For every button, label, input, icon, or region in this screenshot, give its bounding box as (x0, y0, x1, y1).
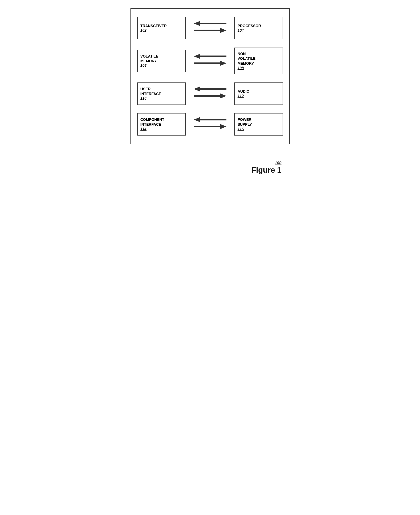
block-processor: PROCESSOR 104 (234, 17, 283, 39)
svg-marker-1 (194, 28, 226, 33)
arrow-connector-4 (186, 117, 234, 131)
svg-marker-7 (194, 124, 226, 129)
block-volatile-memory: VOLATILE MEMORY 106 (137, 50, 186, 72)
nonvolatile-label2: VOLATILE (238, 56, 280, 61)
svg-marker-0 (194, 21, 226, 26)
block-audio: AUDIO 112 (234, 82, 283, 105)
figure-ref-num: 100 (130, 161, 282, 165)
svg-marker-4 (194, 87, 226, 91)
audio-label: AUDIO (238, 89, 280, 94)
volatile-label1: VOLATILE (141, 54, 182, 59)
ci-label1: COMPONENT (141, 117, 182, 122)
ps-label1: POWER (238, 117, 280, 122)
diagram-outer: TRANSCEIVER 102 PROCESSOR 104 VOLATILE M… (130, 8, 290, 144)
diagram-grid: TRANSCEIVER 102 PROCESSOR 104 VOLATILE M… (137, 17, 283, 135)
ps-label2: SUPPLY (238, 122, 280, 127)
ui-num: 110 (141, 96, 182, 101)
arrow-connector-3 (186, 87, 234, 101)
block-user-interface: USER INTERFACE 110 (137, 82, 186, 105)
ci-label2: INTERFACE (141, 122, 182, 127)
block-component-interface: COMPONENT INTERFACE 114 (137, 113, 186, 135)
ui-label1: USER (141, 87, 182, 91)
svg-marker-5 (194, 93, 226, 98)
figure-caption: 100 Figure 1 (130, 161, 290, 174)
nonvolatile-num: 108 (238, 66, 280, 70)
ci-num: 114 (141, 127, 182, 131)
svg-marker-2 (194, 54, 226, 59)
svg-marker-3 (194, 61, 226, 66)
transceiver-label: TRANSCEIVER (141, 24, 182, 28)
ps-num: 116 (238, 127, 280, 131)
block-non-volatile-memory: NON- VOLATILE MEMORY 108 (234, 48, 283, 74)
transceiver-num: 102 (141, 28, 182, 33)
arrow-connector-2 (186, 54, 234, 68)
nonvolatile-label3: MEMORY (238, 61, 280, 66)
audio-num: 112 (238, 94, 280, 98)
block-power-supply: POWER SUPPLY 116 (234, 113, 283, 135)
arrow-connector-1 (186, 21, 234, 35)
processor-num: 104 (238, 28, 280, 33)
processor-label: PROCESSOR (238, 24, 280, 28)
volatile-label2: MEMORY (141, 59, 182, 63)
svg-marker-6 (194, 117, 226, 122)
page-container: TRANSCEIVER 102 PROCESSOR 104 VOLATILE M… (130, 8, 290, 174)
nonvolatile-label1: NON- (238, 52, 280, 56)
block-transceiver: TRANSCEIVER 102 (137, 17, 186, 39)
figure-label: Figure 1 (251, 166, 282, 174)
ui-label2: INTERFACE (141, 92, 182, 96)
volatile-num: 106 (141, 63, 182, 68)
